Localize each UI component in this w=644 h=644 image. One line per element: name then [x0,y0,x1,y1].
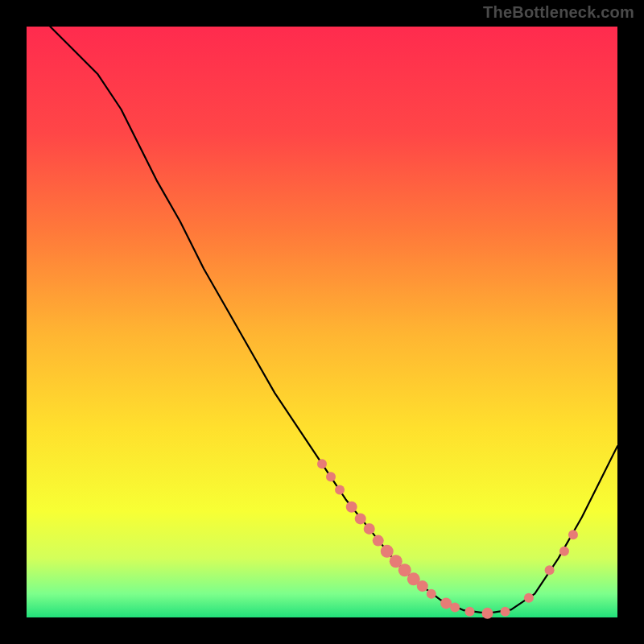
highlight-dot [335,485,345,494]
highlight-dot [317,459,327,469]
highlight-dot [559,547,569,556]
highlight-dot [482,608,493,619]
highlight-dot [524,593,534,603]
curve-layer [27,27,617,617]
highlight-dot [450,603,460,613]
highlight-dot [381,545,394,558]
bottleneck-curve [50,27,617,613]
highlight-dot [373,535,384,547]
highlight-dot [326,472,336,481]
chart-container: TheBottleneck.com [0,0,644,644]
highlight-dot [355,513,366,524]
highlight-dot [364,523,375,535]
plot-area [27,27,617,617]
watermark-text: TheBottleneck.com [483,3,634,22]
highlight-dot [440,597,452,609]
highlight-dot [501,607,510,617]
highlight-dot [427,589,436,599]
highlight-dot [417,580,428,592]
dots-group [317,459,578,619]
highlight-dot [346,502,357,513]
highlight-dot [465,607,475,617]
highlight-dot [568,530,578,539]
highlight-dot [545,565,555,575]
